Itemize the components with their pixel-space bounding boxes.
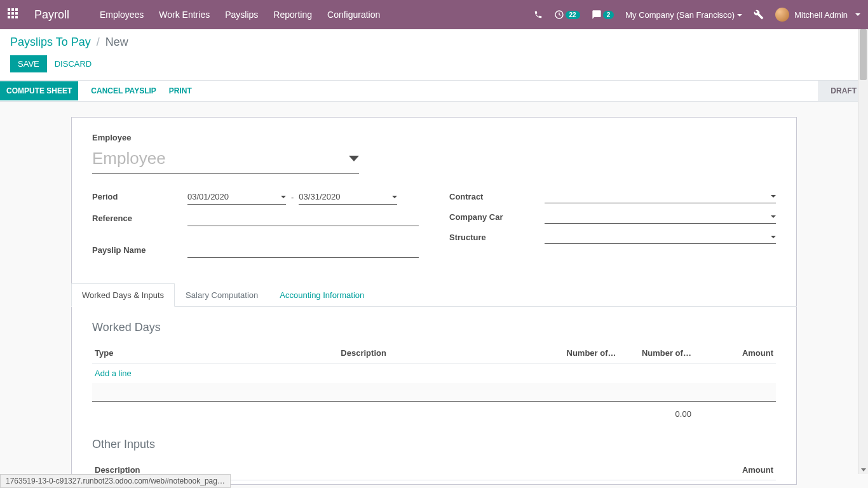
user-menu[interactable]: Mitchell Admin xyxy=(775,8,860,22)
reference-label: Reference xyxy=(92,211,187,223)
chevron-down-icon xyxy=(771,215,776,218)
structure-dropdown[interactable] xyxy=(545,230,776,244)
chevron-down-icon xyxy=(281,196,286,198)
cancel-payslip-button[interactable]: CANCEL PAYSLIP xyxy=(91,81,156,100)
other-inputs-title: Other Inputs xyxy=(92,438,776,451)
debug-icon[interactable] xyxy=(754,10,764,20)
chevron-down-icon xyxy=(771,195,776,198)
breadcrumb-parent[interactable]: Payslips To Pay xyxy=(10,36,91,48)
company-car-label: Company Car xyxy=(449,210,545,222)
col-description[interactable]: Description xyxy=(338,343,543,363)
messages-icon[interactable]: 2 xyxy=(592,10,614,20)
contract-dropdown[interactable] xyxy=(545,189,776,203)
col-number-days[interactable]: Number of… xyxy=(543,343,618,363)
messages-badge: 2 xyxy=(603,11,614,19)
employee-dropdown[interactable]: Employee xyxy=(92,146,359,174)
chevron-down-icon xyxy=(349,156,359,161)
breadcrumb-current: New xyxy=(105,36,128,48)
app-brand[interactable]: Payroll xyxy=(34,8,69,22)
chevron-down-icon xyxy=(771,236,776,238)
activities-icon[interactable]: 22 xyxy=(554,10,580,20)
menu-configuration[interactable]: Configuration xyxy=(327,10,380,20)
tab-accounting-info[interactable]: Accounting Information xyxy=(269,283,375,307)
employee-label: Employee xyxy=(92,133,776,142)
worked-days-total: 0.00 xyxy=(92,401,694,424)
reference-input[interactable] xyxy=(187,211,419,226)
menu-work-entries[interactable]: Work Entries xyxy=(159,10,210,20)
avatar xyxy=(775,8,789,22)
chevron-down-icon xyxy=(392,196,397,198)
compute-sheet-button[interactable]: COMPUTE SHEET xyxy=(0,81,78,100)
vertical-scrollbar[interactable] xyxy=(858,29,868,474)
col-type[interactable]: Type xyxy=(92,343,338,363)
phone-icon[interactable] xyxy=(534,10,543,19)
structure-label: Structure xyxy=(449,230,545,242)
main-menu: Employees Work Entries Payslips Reportin… xyxy=(100,10,380,20)
breadcrumb: Payslips To Pay / New xyxy=(10,36,858,49)
control-panel: Payslips To Pay / New SAVE DISCARD xyxy=(0,29,868,81)
menu-reporting[interactable]: Reporting xyxy=(273,10,312,20)
col-oi-amount[interactable]: Amount xyxy=(694,460,776,480)
discard-button[interactable]: DISCARD xyxy=(55,59,92,69)
worked-days-table: Type Description Number of… Number of… A… xyxy=(92,343,776,424)
date-from-input[interactable]: 03/01/2020 xyxy=(187,189,286,205)
status-url: 1763519-13-0-c91327.runbot23.odoo.com/we… xyxy=(0,474,231,485)
payslip-name-input[interactable] xyxy=(187,243,419,258)
contract-label: Contract xyxy=(449,189,545,201)
status-bar: COMPUTE SHEET CANCEL PAYSLIP PRINT DRAFT xyxy=(0,81,868,102)
activities-badge: 22 xyxy=(566,11,580,19)
add-line-link[interactable]: Add a line xyxy=(95,369,132,378)
worked-days-title: Worked Days xyxy=(92,321,776,334)
tab-worked-days[interactable]: Worked Days & Inputs xyxy=(71,283,175,307)
save-button[interactable]: SAVE xyxy=(10,55,47,72)
period-label: Period xyxy=(92,189,187,201)
col-amount[interactable]: Amount xyxy=(694,343,776,363)
print-button[interactable]: PRINT xyxy=(169,81,192,100)
form-scroll-area[interactable]: Employee Employee Period 03/01/2020 - xyxy=(0,102,868,485)
tab-salary-computation[interactable]: Salary Computation xyxy=(175,283,269,307)
main-navbar: Payroll Employees Work Entries Payslips … xyxy=(0,0,868,29)
notebook-tabs: Worked Days & Inputs Salary Computation … xyxy=(71,283,797,307)
col-number-hours[interactable]: Number of… xyxy=(619,343,694,363)
date-to-input[interactable]: 03/31/2020 xyxy=(299,189,397,205)
menu-employees[interactable]: Employees xyxy=(100,10,144,20)
payslip-name-label: Payslip Name xyxy=(92,243,187,255)
apps-icon[interactable] xyxy=(8,8,20,21)
company-switcher[interactable]: My Company (San Francisco) xyxy=(625,10,742,20)
company-car-dropdown[interactable] xyxy=(545,210,776,224)
form-sheet: Employee Employee Period 03/01/2020 - xyxy=(71,117,797,485)
menu-payslips[interactable]: Payslips xyxy=(225,10,258,20)
